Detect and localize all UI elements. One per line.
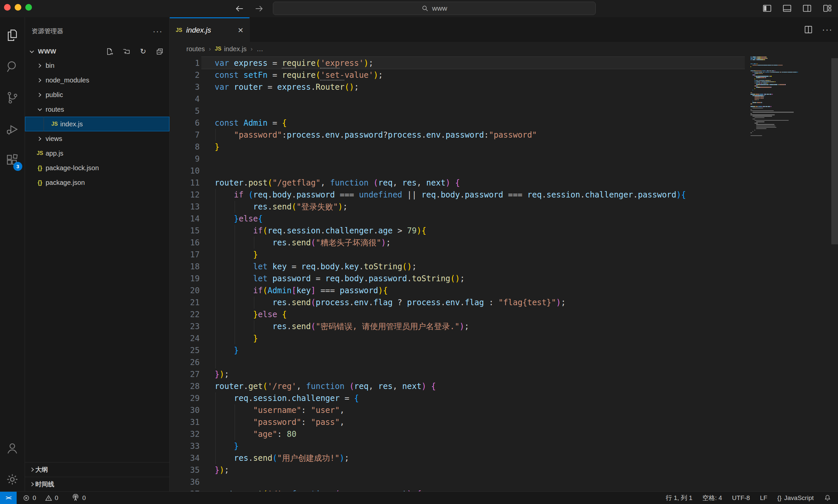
tree-item-package-json[interactable]: {}package.json <box>25 175 169 190</box>
gear-icon <box>5 472 19 486</box>
status-空格-4[interactable]: 空格: 4 <box>702 494 722 502</box>
minimap-line <box>756 58 757 59</box>
minimap-line <box>774 65 778 66</box>
line-number: 2 <box>170 69 200 81</box>
panel-时间线[interactable]: 时间线 <box>25 477 169 491</box>
editor-more-actions-button[interactable]: ··· <box>822 24 833 35</box>
tab-index-js[interactable]: JS index.js × <box>170 17 250 42</box>
activitybar-accounts[interactable] <box>0 436 24 460</box>
line-number: 34 <box>170 452 200 464</box>
activitybar-settings[interactable] <box>0 467 24 491</box>
vertical-scrollbar[interactable] <box>831 39 838 491</box>
json-file-icon: {} <box>38 179 42 186</box>
scrollbar-thumb[interactable] <box>831 58 838 244</box>
status-braces[interactable]: {}JavaScript <box>777 494 814 502</box>
minimap-line <box>757 59 760 60</box>
command-center-search[interactable]: www <box>273 2 596 15</box>
minimap-line <box>763 83 767 84</box>
json-file-icon: {} <box>38 165 42 172</box>
minimap[interactable] <box>751 56 830 156</box>
minimap-line <box>751 132 752 133</box>
status-lf[interactable]: LF <box>760 494 767 502</box>
navigate-back-button[interactable] <box>233 3 246 15</box>
minimap-line <box>763 72 765 73</box>
new-folder-button[interactable] <box>121 47 132 56</box>
search-text: www <box>432 4 447 12</box>
minimap-line <box>751 109 752 110</box>
status-ports[interactable]: 0 <box>71 494 86 502</box>
refresh-button[interactable]: ↻ <box>138 47 148 56</box>
tree-item-app-js[interactable]: JSapp.js <box>25 146 169 161</box>
line-number: 8 <box>170 141 200 153</box>
line-number: 6 <box>170 117 200 129</box>
minimap-line <box>751 92 752 93</box>
arrow-left-icon <box>235 4 245 13</box>
toggle-secondary-sidebar-button[interactable] <box>801 3 814 14</box>
status-bell[interactable] <box>824 494 831 502</box>
breadcrumb: routes›JSindex.js›… <box>186 42 263 56</box>
minimap-line <box>760 59 764 60</box>
split-editor-button[interactable] <box>803 24 814 35</box>
tree-item-public[interactable]: public <box>25 87 169 102</box>
code-text: }); <box>215 464 229 476</box>
line-number: 18 <box>170 260 200 273</box>
code-editor[interactable]: 1var express = require('express');2const… <box>170 56 838 491</box>
toggle-panel-button[interactable] <box>781 3 793 14</box>
code-line-4: 4 <box>170 93 838 105</box>
source-control-icon <box>5 91 19 105</box>
minimap-line <box>798 72 798 73</box>
activitybar-explorer[interactable] <box>0 23 24 47</box>
minimap-line <box>760 82 761 83</box>
status-utf-8[interactable]: UTF-8 <box>732 494 750 502</box>
tree-item-package-lock-json[interactable]: {}package-lock.json <box>25 161 169 175</box>
minimap-line <box>778 65 783 66</box>
status-warning[interactable]: 0 <box>45 494 58 502</box>
breadcrumb-item[interactable]: … <box>257 45 263 53</box>
status-行-1-列-1[interactable]: 行 1, 列 1 <box>666 494 692 502</box>
activitybar-run-debug[interactable] <box>0 117 24 141</box>
minimap-line <box>752 112 794 113</box>
minimap-line <box>767 83 768 84</box>
tree-item-index-js[interactable]: JSindex.js <box>25 117 169 131</box>
breadcrumb-item[interactable]: JSindex.js <box>215 45 246 53</box>
status-error[interactable]: 0 <box>23 494 36 502</box>
minimap-line <box>752 72 753 73</box>
tree-item-node-modules[interactable]: node_modules <box>25 73 169 87</box>
tree-item-routes[interactable]: routes <box>25 102 169 117</box>
toggle-primary-sidebar-button[interactable] <box>761 3 773 14</box>
minimap-line <box>757 102 761 103</box>
panel-大纲[interactable]: 大纲 <box>25 462 169 477</box>
breadcrumb-item[interactable]: routes <box>186 45 205 53</box>
new-file-button[interactable] <box>105 47 115 56</box>
explorer-more-actions-button[interactable]: ··· <box>153 26 163 36</box>
line-number: 16 <box>170 237 200 249</box>
split-editor-icon <box>803 24 814 35</box>
minimap-line <box>757 106 758 107</box>
code-line-30: 30 "username": "user", <box>170 404 838 416</box>
minimap-line <box>771 106 771 107</box>
minimap-line <box>758 95 763 96</box>
macos-minimize-button[interactable] <box>15 4 21 11</box>
code-text: const Admin = { <box>215 117 287 129</box>
minimap-line <box>754 80 756 81</box>
macos-zoom-button[interactable] <box>25 4 32 11</box>
workspace-section-header[interactable]: WWW ↻ <box>25 44 169 59</box>
activitybar-extensions[interactable]: 3 <box>0 148 24 172</box>
code-text: req.session.challenger = { <box>215 392 359 404</box>
customize-layout-button[interactable] <box>821 3 833 14</box>
remote-indicator[interactable]: >< <box>0 492 17 504</box>
tab-close-button[interactable]: × <box>238 25 243 35</box>
activitybar-source-control[interactable] <box>0 86 24 110</box>
line-number: 1 <box>170 57 200 69</box>
line-number: 14 <box>170 213 200 225</box>
sidebar-bottom-panels: 大纲时间线 <box>25 462 169 491</box>
tree-item-bin[interactable]: bin <box>25 58 169 73</box>
minimap-line <box>766 77 766 78</box>
activitybar-search[interactable] <box>0 55 24 78</box>
tree-item-views[interactable]: views <box>25 131 169 146</box>
line-number: 11 <box>170 177 200 189</box>
collapse-all-button[interactable] <box>155 47 165 56</box>
macos-close-button[interactable] <box>4 4 11 11</box>
file-tree: binnode_modulespublicroutesJSindex.jsvie… <box>25 58 169 190</box>
navigate-forward-button[interactable] <box>252 3 266 15</box>
